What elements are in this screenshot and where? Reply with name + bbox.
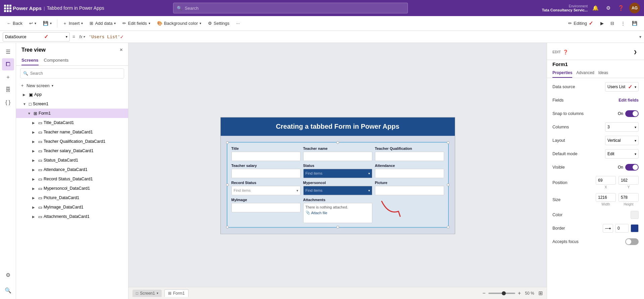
help-icon[interactable]: ❓	[616, 3, 626, 13]
background-color-button[interactable]: 🎨 Background color ▾	[154, 18, 204, 29]
tree-item-salary-card[interactable]: ▶ ▭ Teacher salary_DataCard1	[16, 146, 128, 156]
form1-tab[interactable]: ⊞ Form1	[164, 289, 189, 297]
default-mode-select[interactable]: Edit ▾	[605, 149, 639, 159]
tree-item-attachments-card[interactable]: ▶ ▭ Attachments_DataCard1	[16, 212, 128, 221]
tablet-view-button[interactable]: ⊟	[608, 18, 617, 29]
editing-button[interactable]: ✏ Editing ✓	[565, 18, 596, 29]
sidebar-icon-settings[interactable]: ⚙	[2, 269, 14, 281]
columns-select[interactable]: 3 ▾	[605, 122, 639, 132]
attach-file-link[interactable]: 📎 Attach file	[306, 211, 370, 215]
collapse-panel-button[interactable]: ❯	[632, 47, 639, 57]
search-bar[interactable]: 🔍	[173, 3, 408, 13]
sidebar-icon-layers[interactable]: ⧠	[2, 58, 14, 70]
preview-button[interactable]: ▶	[598, 18, 606, 29]
back-button[interactable]: ← Back	[4, 18, 25, 29]
more-view-button[interactable]: ⋮	[618, 18, 628, 29]
tree-item-myimage-card[interactable]: ▶ ▭ MyImage_DataCard1	[16, 202, 128, 212]
visible-toggle[interactable]	[625, 164, 639, 171]
tree-item-record-status-card[interactable]: ▶ ▭ Record Status_DataCard1	[16, 174, 128, 184]
border-width-input[interactable]	[615, 224, 629, 233]
tree-item-teacher-name-card[interactable]: ▶ ▭ Teacher name_DataCard1	[16, 127, 128, 137]
handle-br[interactable]	[447, 226, 449, 228]
accepts-focus-toggle[interactable]	[625, 238, 639, 245]
form-container[interactable]: Title Teacher name Teacher Qualification	[227, 142, 449, 228]
sidebar-icon-data[interactable]: 🗄	[2, 84, 14, 96]
snap-toggle[interactable]	[625, 110, 639, 117]
add-data-button[interactable]: ⊞ Add data ▾	[87, 18, 118, 29]
position-x-input[interactable]	[596, 176, 616, 185]
handle-tr[interactable]	[447, 141, 449, 144]
zoom-minus-button[interactable]: −	[482, 290, 485, 296]
tree-search[interactable]: 🔍	[20, 68, 124, 78]
tab-ideas[interactable]: Ideas	[598, 68, 608, 78]
input-myimage[interactable]	[231, 203, 301, 212]
zoom-slider[interactable]	[488, 293, 515, 294]
handle-tl[interactable]	[226, 141, 229, 144]
size-width-input[interactable]	[596, 193, 616, 202]
select-mypersoncol[interactable]: Find items ▾	[303, 186, 372, 195]
tree-close-button[interactable]: ×	[120, 47, 123, 53]
tree-item-title-card[interactable]: ▶ ▭ Title_DataCard1	[16, 118, 128, 127]
border-style-select[interactable]: — ▾	[603, 224, 613, 233]
tab-screens[interactable]: Screens	[21, 56, 39, 65]
tree-item-qual-card[interactable]: ▶ ▭ Teacher Qualification_DataCard1	[16, 137, 128, 146]
handle-tm[interactable]	[336, 141, 339, 144]
tree-item-screen1[interactable]: ▼ □ Screen1	[16, 99, 128, 109]
input-teacher-name[interactable]	[303, 152, 372, 161]
tree-item-attendance-card[interactable]: ▶ ▭ Attendance_DataCard1	[16, 165, 128, 174]
help-icon-right[interactable]: ❓	[563, 50, 568, 55]
edit-fields-button[interactable]: ✏ Edit fields ▾	[120, 18, 153, 29]
handle-bl[interactable]	[226, 226, 229, 228]
settings-button[interactable]: ⚙ Settings	[205, 18, 232, 29]
avatar[interactable]: AG	[629, 3, 640, 13]
input-teacher-qual[interactable]	[375, 152, 444, 161]
formula-chevron[interactable]: ▾	[639, 35, 641, 39]
more-button[interactable]: ···	[233, 18, 243, 29]
size-height-input[interactable]	[619, 193, 639, 202]
tree-item-picture-card[interactable]: ▶ ▭ Picture_DataCard1	[16, 193, 128, 202]
layout-select[interactable]: Vertical ▾	[605, 136, 639, 145]
border-color-swatch[interactable]	[631, 224, 639, 232]
select-status[interactable]: Find items ▾	[303, 169, 372, 178]
handle-mr[interactable]	[447, 183, 449, 186]
input-title[interactable]	[231, 152, 301, 161]
undo-redo[interactable]: ↩▾	[26, 18, 39, 29]
edit-fields-link[interactable]: Edit fields	[619, 98, 639, 103]
sidebar-icon-variables[interactable]: { }	[2, 97, 14, 109]
select-record-status[interactable]: Find items ▾	[231, 186, 301, 195]
tab-components[interactable]: Components	[44, 56, 69, 65]
settings-icon[interactable]: ⚙	[604, 3, 613, 13]
color-swatch[interactable]	[631, 211, 639, 219]
zoom-thumb[interactable]	[502, 291, 506, 295]
zoom-plus-button[interactable]: +	[518, 290, 521, 296]
tab-advanced[interactable]: Advanced	[576, 68, 594, 78]
tree-item-app[interactable]: ▶ ▣ App	[16, 90, 128, 99]
input-attendance[interactable]	[375, 169, 444, 178]
datasource-select[interactable]: DataSource ✓ ▾	[3, 32, 70, 42]
tab-properties[interactable]: Properties	[552, 68, 572, 78]
notification-icon[interactable]: 🔔	[591, 3, 600, 13]
input-teacher-salary[interactable]	[231, 169, 301, 178]
tree-search-input[interactable]	[30, 71, 121, 76]
insert-button[interactable]: ＋ Insert ▾	[60, 18, 86, 29]
input-picture[interactable]	[375, 186, 444, 195]
handle-bm[interactable]	[336, 226, 339, 228]
handle-ml[interactable]	[226, 183, 229, 186]
save-btn[interactable]: 💾▾	[40, 18, 54, 29]
screen1-tab[interactable]: □ Screen1 ▾	[132, 290, 162, 297]
fx-badge[interactable]: fx ▾	[78, 35, 86, 39]
save-final-button[interactable]: 💾	[629, 18, 640, 29]
tree-item-form1[interactable]: ▼ ⊞ Form1	[16, 109, 128, 118]
waffle-icon[interactable]	[4, 5, 11, 11]
tree-item-mypersoncol-card[interactable]: ▶ ▭ Mypersoncol_DataCard1	[16, 184, 128, 193]
search-input[interactable]	[185, 6, 404, 11]
position-y-input[interactable]	[619, 176, 639, 185]
fit-button[interactable]: ⊞	[538, 290, 543, 296]
new-screen-button[interactable]: ＋ New screen ▾	[16, 81, 128, 90]
tree-item-status-card[interactable]: ▶ ▭ Status_DataCard1	[16, 156, 128, 165]
formula-input[interactable]: 'Users List' ✓	[89, 34, 637, 40]
data-source-select[interactable]: Users List ✓ ▾	[605, 82, 639, 92]
sidebar-icon-search[interactable]: 🔍	[2, 284, 14, 296]
sidebar-icon-add[interactable]: ＋	[2, 71, 14, 83]
sidebar-icon-menu[interactable]: ☰	[2, 46, 14, 58]
